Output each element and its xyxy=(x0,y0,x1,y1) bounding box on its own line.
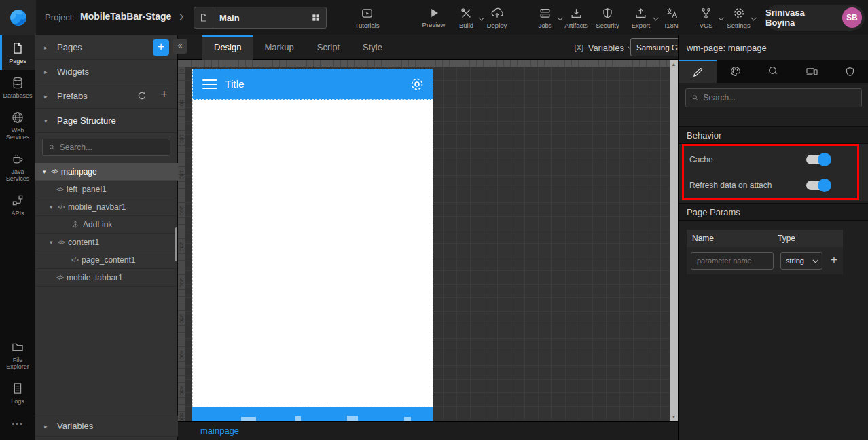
tree-item-mainpage[interactable]: ▾ </> mainpage xyxy=(35,163,178,181)
caret-down-icon[interactable]: ▾ xyxy=(50,239,58,246)
page-grid-icon[interactable] xyxy=(306,13,326,22)
sidebar-item-file-explorer[interactable]: File Explorer xyxy=(0,334,35,375)
shield-icon xyxy=(844,66,856,77)
hamburger-menu-icon[interactable] xyxy=(202,77,217,92)
toggle-knob xyxy=(818,179,831,192)
tree-item-addlink[interactable]: AddLink xyxy=(35,216,178,234)
settings-button[interactable]: Settings xyxy=(723,2,754,33)
artifacts-button[interactable]: Artifacts xyxy=(561,2,592,33)
tree-item-mobile-tabbar1[interactable]: </> mobile_tabbar1 xyxy=(35,269,178,287)
collapse-left-panel-button[interactable]: « xyxy=(173,39,187,54)
preview-button[interactable]: Preview xyxy=(418,2,449,33)
behavior-section-header[interactable]: Behavior xyxy=(679,126,868,144)
more-options-icon[interactable]: ••• xyxy=(0,410,35,440)
widget-code-icon: </> xyxy=(71,257,78,263)
video-icon xyxy=(361,7,374,20)
mobile-navbar-widget[interactable]: Title xyxy=(192,69,433,100)
sidebar-item-apis[interactable]: APIs xyxy=(0,187,35,222)
tutorials-button[interactable]: Tutorials xyxy=(352,2,382,33)
tree-item-page-content1[interactable]: </> page_content1 xyxy=(35,251,178,269)
inspector-tabs xyxy=(679,60,868,83)
add-page-button[interactable]: + xyxy=(153,39,169,56)
project-name: MobileTabBar-Stage xyxy=(80,11,171,22)
tab-markup[interactable]: Markup xyxy=(253,35,305,60)
property-search-input[interactable] xyxy=(703,93,856,103)
section-variables[interactable]: ▸ Variables xyxy=(35,416,178,437)
tree-item-content1[interactable]: ▾ </> content1 xyxy=(35,234,178,251)
mobile-tabbar-widget[interactable] xyxy=(192,407,433,421)
import-prefab-icon[interactable]: + xyxy=(160,88,168,102)
horizontal-ruler xyxy=(178,60,678,67)
export-button[interactable]: Export xyxy=(626,2,656,33)
sidebar-item-java-services[interactable]: Java Services xyxy=(0,146,35,187)
navbar-gear-icon[interactable] xyxy=(409,76,425,92)
variables-dropdown[interactable]: {X} Variables xyxy=(574,35,632,60)
editor-tabs: Design Markup Script Style xyxy=(202,35,394,60)
section-widgets[interactable]: ▸ Widgets xyxy=(35,60,177,84)
param-name-input[interactable] xyxy=(691,252,774,270)
user-name: Srinivasa Boyina xyxy=(765,7,835,28)
user-menu[interactable]: Srinivasa Boyina SB xyxy=(765,5,865,31)
design-canvas[interactable]: 0 50 100 150 200 250 300 350 400 450 500… xyxy=(178,60,678,421)
structure-search[interactable] xyxy=(42,139,170,156)
caret-right-icon: ▸ xyxy=(44,44,54,51)
caret-down-icon[interactable]: ▾ xyxy=(50,204,58,210)
scroll-down-icon[interactable]: ▼ xyxy=(670,414,678,419)
caret-right-icon: ▸ xyxy=(44,69,54,75)
wavemaker-studio: Project: MobileTabBar-Stage › Main Tutor… xyxy=(0,0,868,440)
property-search[interactable] xyxy=(685,88,862,107)
canvas-vertical-scrollbar[interactable]: ▲ ▼ xyxy=(670,60,678,421)
caret-down-icon[interactable]: ▾ xyxy=(43,168,51,175)
tab-design[interactable]: Design xyxy=(202,35,253,60)
tab-security[interactable] xyxy=(831,60,868,83)
i18n-button[interactable]: I18N xyxy=(656,2,687,33)
tab-style[interactable]: Style xyxy=(351,35,394,60)
scroll-up-icon[interactable]: ▲ xyxy=(670,62,678,67)
tab-devices[interactable] xyxy=(793,60,831,83)
tab-properties[interactable] xyxy=(679,60,717,83)
activity-bar: Pages Databases Web Services Java Servic… xyxy=(0,35,35,440)
breadcrumb-chevron-icon[interactable]: › xyxy=(179,8,184,24)
cache-toggle[interactable] xyxy=(806,155,830,164)
page-content-widget[interactable] xyxy=(192,100,433,407)
deploy-button[interactable]: Deploy xyxy=(482,2,512,33)
structure-search-input[interactable] xyxy=(60,143,164,152)
section-page-structure[interactable]: ▾ Page Structure xyxy=(35,109,177,133)
wavemaker-logo[interactable] xyxy=(0,0,36,35)
phone-preview[interactable]: Title xyxy=(192,69,433,421)
sidebar-item-databases[interactable]: Databases xyxy=(0,70,35,105)
page-tab-mainpage[interactable]: mainpage xyxy=(200,426,239,436)
topbar-actions: Tutorials Preview Build Deploy Jobs xyxy=(352,0,754,35)
refresh-data-toggle[interactable] xyxy=(806,181,830,190)
sidebar-item-logs[interactable]: Logs xyxy=(0,375,35,410)
tree-item-left-panel1[interactable]: </> left_panel1 xyxy=(35,181,178,198)
tree-scrollbar[interactable] xyxy=(175,227,177,261)
section-prefabs[interactable]: ▸ Prefabs + xyxy=(35,84,177,109)
sidebar-item-web-services[interactable]: Web Services xyxy=(0,105,35,146)
widget-code-icon: </> xyxy=(51,168,58,175)
search-icon xyxy=(691,94,699,102)
cloud-upload-icon xyxy=(490,6,504,20)
tab-script[interactable]: Script xyxy=(306,35,351,60)
tree-item-mobile-navbar1[interactable]: ▾ </> mobile_navbar1 xyxy=(35,198,178,216)
section-pages[interactable]: ▸ Pages + xyxy=(35,35,177,60)
refresh-icon[interactable] xyxy=(137,90,147,101)
tab-styles[interactable] xyxy=(717,60,755,83)
caret-down-icon: ▾ xyxy=(44,117,54,124)
page-params-section-header[interactable]: Page Params xyxy=(679,203,868,221)
page-params-table-row: string + xyxy=(687,247,843,274)
page-selector[interactable]: Main xyxy=(194,7,327,29)
translate-icon xyxy=(665,6,679,20)
upload-icon xyxy=(634,7,647,20)
behavior-rows: Cache Refresh data on attach xyxy=(679,144,868,201)
jobs-button[interactable]: Jobs xyxy=(530,2,560,33)
param-type-select[interactable]: string xyxy=(780,252,822,270)
vcs-button[interactable]: VCS xyxy=(691,2,721,33)
add-param-button[interactable]: + xyxy=(827,247,842,274)
security-button[interactable]: Security xyxy=(592,2,623,33)
sidebar-item-pages[interactable]: Pages xyxy=(0,35,35,70)
page-params-table-header: Name Type xyxy=(687,230,843,247)
build-button[interactable]: Build xyxy=(451,2,482,33)
widget-code-icon: </> xyxy=(56,274,63,281)
tab-events[interactable] xyxy=(755,60,793,83)
